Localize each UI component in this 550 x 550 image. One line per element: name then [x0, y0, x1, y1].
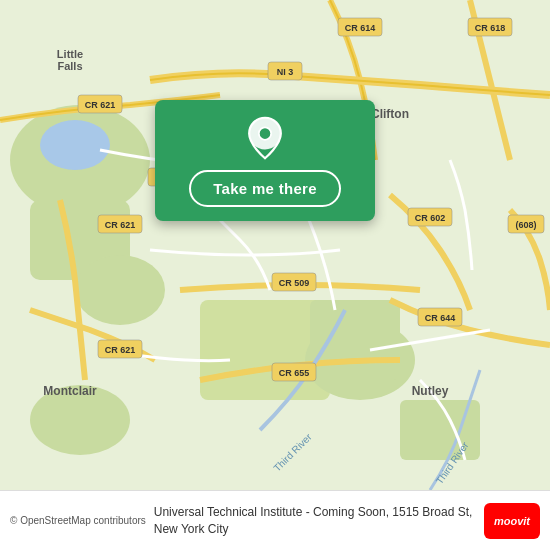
svg-point-9 — [40, 120, 110, 170]
svg-text:Falls: Falls — [57, 60, 82, 72]
svg-text:NI 3: NI 3 — [277, 67, 294, 77]
svg-text:CR 621: CR 621 — [105, 220, 136, 230]
svg-text:Clifton: Clifton — [371, 107, 409, 121]
svg-text:Nutley: Nutley — [412, 384, 449, 398]
svg-text:(608): (608) — [515, 220, 536, 230]
map-background: CR 621 CR 614 CR 618 NI 3 CR 621 CR 509 … — [0, 0, 550, 490]
bottom-bar: © OpenStreetMap contributors Universal T… — [0, 490, 550, 550]
svg-text:CR 644: CR 644 — [425, 313, 456, 323]
svg-text:CR 621: CR 621 — [85, 100, 116, 110]
svg-text:CR 614: CR 614 — [345, 23, 376, 33]
moovit-brand-text: moovit — [494, 515, 530, 527]
map-container: CR 621 CR 614 CR 618 NI 3 CR 621 CR 509 … — [0, 0, 550, 490]
take-me-there-button[interactable]: Take me there — [189, 170, 341, 207]
moovit-logo: moovit — [484, 503, 540, 539]
location-info: Universal Technical Institute - Coming S… — [154, 504, 476, 538]
svg-text:CR 655: CR 655 — [279, 368, 310, 378]
svg-text:CR 509: CR 509 — [279, 278, 310, 288]
svg-text:CR 618: CR 618 — [475, 23, 506, 33]
osm-credit: © OpenStreetMap contributors — [10, 515, 146, 526]
location-card: Take me there — [155, 100, 375, 221]
svg-text:CR 602: CR 602 — [415, 213, 446, 223]
location-pin-icon — [243, 116, 287, 160]
svg-point-3 — [75, 255, 165, 325]
svg-text:CR 621: CR 621 — [105, 345, 136, 355]
svg-text:Little: Little — [57, 48, 83, 60]
svg-point-42 — [259, 127, 271, 139]
svg-rect-6 — [310, 300, 400, 380]
svg-text:Montclair: Montclair — [43, 384, 97, 398]
